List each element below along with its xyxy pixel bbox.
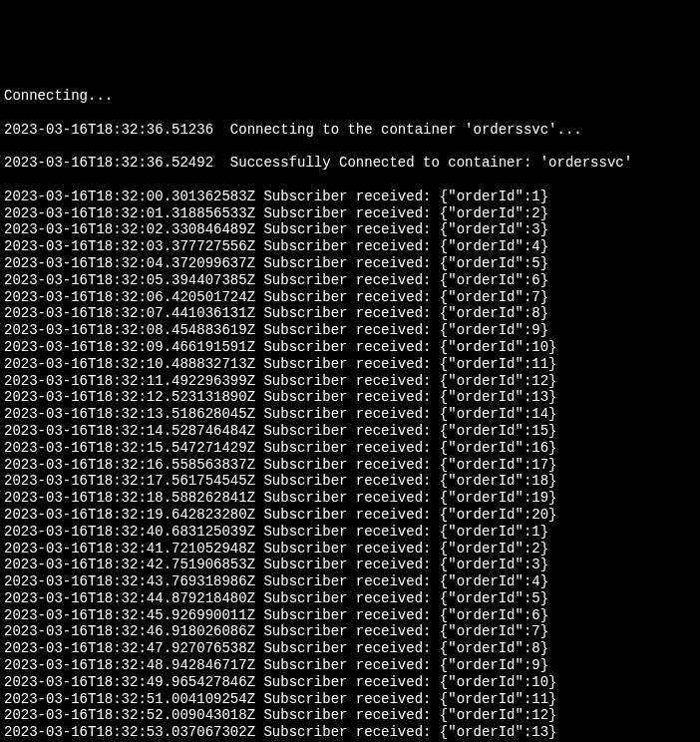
log-line: 2023-03-16T18:32:14.528746484Z Subscribe… — [4, 423, 696, 440]
log-line: 2023-03-16T18:32:15.547271429Z Subscribe… — [4, 440, 696, 457]
log-line: 2023-03-16T18:32:49.965427846Z Subscribe… — [4, 674, 696, 691]
log-line: 2023-03-16T18:32:08.454883619Z Subscribe… — [4, 322, 696, 339]
connect-success-line: 2023-03-16T18:32:36.52492 Successfully C… — [4, 155, 696, 172]
log-line: 2023-03-16T18:32:40.683125039Z Subscribe… — [4, 524, 696, 541]
log-line: 2023-03-16T18:32:11.492296399Z Subscribe… — [4, 373, 696, 390]
connecting-status: Connecting... — [4, 88, 696, 105]
log-line: 2023-03-16T18:32:07.441036131Z Subscribe… — [4, 305, 696, 322]
log-line: 2023-03-16T18:32:18.588262841Z Subscribe… — [4, 490, 696, 507]
connect-attempt-line: 2023-03-16T18:32:36.51236 Connecting to … — [4, 122, 696, 139]
log-line: 2023-03-16T18:32:41.721052948Z Subscribe… — [4, 541, 696, 557]
log-line: 2023-03-16T18:32:09.466191591Z Subscribe… — [4, 339, 696, 356]
log-line: 2023-03-16T18:32:48.942846717Z Subscribe… — [4, 657, 696, 674]
log-line: 2023-03-16T18:32:43.769318986Z Subscribe… — [4, 573, 696, 590]
log-line: 2023-03-16T18:32:47.927076538Z Subscribe… — [4, 640, 696, 657]
log-line: 2023-03-16T18:32:12.523131890Z Subscribe… — [4, 389, 696, 406]
log-line: 2023-03-16T18:32:52.009043018Z Subscribe… — [4, 707, 696, 724]
log-line: 2023-03-16T18:32:46.918026086Z Subscribe… — [4, 623, 696, 640]
log-lines-container: 2023-03-16T18:32:00.301362583Z Subscribe… — [4, 188, 696, 742]
log-line: 2023-03-16T18:32:06.420501724Z Subscribe… — [4, 289, 696, 306]
log-line: 2023-03-16T18:32:10.488832713Z Subscribe… — [4, 356, 696, 373]
log-line: 2023-03-16T18:32:17.561754545Z Subscribe… — [4, 473, 696, 490]
log-line: 2023-03-16T18:32:45.926990011Z Subscribe… — [4, 607, 696, 624]
terminal-output: Connecting... 2023-03-16T18:32:36.51236 … — [4, 71, 696, 742]
log-line: 2023-03-16T18:32:51.004109254Z Subscribe… — [4, 691, 696, 708]
log-line: 2023-03-16T18:32:42.751906853Z Subscribe… — [4, 556, 696, 573]
log-line: 2023-03-16T18:32:01.318856533Z Subscribe… — [4, 205, 696, 222]
log-line: 2023-03-16T18:32:04.372099637Z Subscribe… — [4, 255, 696, 272]
log-line: 2023-03-16T18:32:00.301362583Z Subscribe… — [4, 188, 696, 205]
log-line: 2023-03-16T18:32:16.558563837Z Subscribe… — [4, 457, 696, 474]
log-line: 2023-03-16T18:32:44.879218480Z Subscribe… — [4, 590, 696, 607]
log-line: 2023-03-16T18:32:03.377727556Z Subscribe… — [4, 238, 696, 255]
log-line: 2023-03-16T18:32:05.394407385Z Subscribe… — [4, 272, 696, 289]
log-line: 2023-03-16T18:32:53.037067302Z Subscribe… — [4, 724, 696, 741]
log-line: 2023-03-16T18:32:02.330846489Z Subscribe… — [4, 221, 696, 238]
log-line: 2023-03-16T18:32:13.518628045Z Subscribe… — [4, 406, 696, 423]
log-line: 2023-03-16T18:32:19.642823280Z Subscribe… — [4, 507, 696, 524]
